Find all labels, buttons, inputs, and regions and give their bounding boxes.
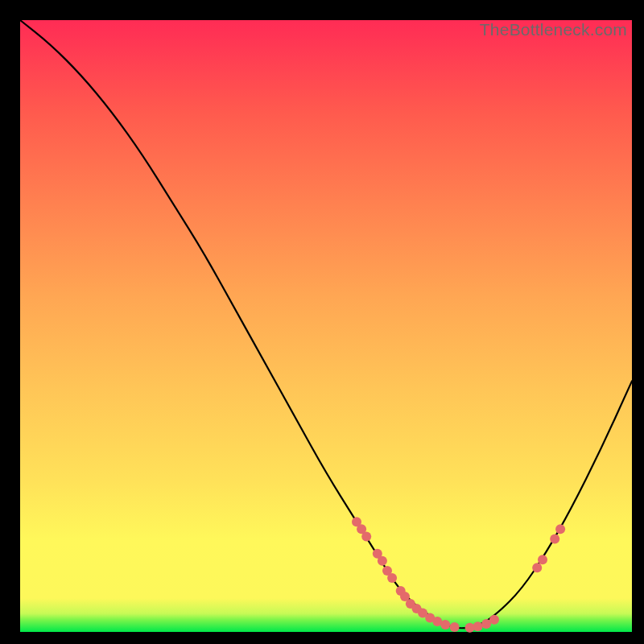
data-markers	[352, 517, 565, 633]
plot-area: TheBottleneck.com	[20, 20, 632, 632]
data-marker	[450, 622, 460, 632]
bottleneck-curve	[20, 20, 632, 628]
data-marker	[555, 524, 565, 534]
data-marker	[473, 621, 483, 631]
data-marker	[378, 556, 387, 566]
data-marker	[538, 555, 547, 564]
data-marker	[361, 531, 371, 541]
data-marker	[489, 615, 499, 625]
chart-frame: TheBottleneck.com	[4, 4, 640, 640]
data-marker	[387, 573, 397, 583]
data-marker	[440, 620, 450, 630]
watermark-text: TheBottleneck.com	[480, 20, 627, 39]
data-marker	[532, 563, 542, 572]
data-marker	[550, 535, 559, 544]
chart-svg	[20, 20, 632, 632]
